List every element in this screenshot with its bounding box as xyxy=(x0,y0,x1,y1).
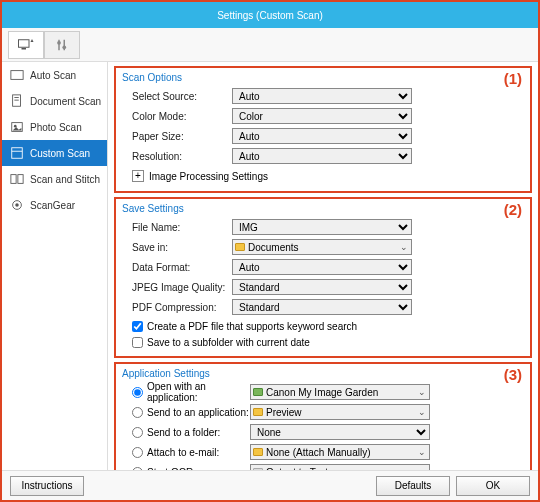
folder-icon xyxy=(253,408,263,416)
folder-icon xyxy=(235,243,245,251)
label-save-in: Save in: xyxy=(122,242,232,253)
label-send-app: Send to an application: xyxy=(147,407,249,418)
sidebar-item-custom-scan[interactable]: Custom Scan xyxy=(2,140,107,166)
svg-rect-6 xyxy=(11,71,23,80)
group-title: Scan Options xyxy=(122,72,524,83)
sidebar-item-document-scan[interactable]: Document Scan xyxy=(2,88,107,114)
image-processing-expand[interactable]: + Image Processing Settings xyxy=(122,167,524,185)
callout-2: (2) xyxy=(504,201,522,218)
window-title: Settings (Custom Scan) xyxy=(217,10,323,21)
toolbar xyxy=(2,28,538,62)
save-in-value: Documents xyxy=(248,242,299,253)
radio-attach-email[interactable] xyxy=(132,447,143,458)
select-resolution[interactable]: Auto xyxy=(232,148,412,164)
sidebar-item-scangear[interactable]: ScanGear xyxy=(2,192,107,218)
select-send-folder[interactable]: None xyxy=(250,424,430,440)
label-pdf-compression: PDF Compression: xyxy=(122,302,232,313)
checkbox-subfolder-date[interactable] xyxy=(132,337,143,348)
sidebar-item-label: Photo Scan xyxy=(30,122,82,133)
radio-start-ocr[interactable] xyxy=(132,467,143,471)
svg-point-4 xyxy=(57,40,61,44)
app-icon xyxy=(253,468,263,470)
svg-rect-14 xyxy=(11,175,16,184)
label-pdf-keyword: Create a PDF file that supports keyword … xyxy=(147,321,357,332)
select-send-app[interactable]: Preview ⌄ xyxy=(250,404,430,420)
sidebar-item-label: Scan and Stitch xyxy=(30,174,100,185)
sidebar-item-label: ScanGear xyxy=(30,200,75,211)
tab-scan-from-computer[interactable] xyxy=(8,31,44,59)
select-jpeg-quality[interactable]: Standard xyxy=(232,279,412,295)
svg-point-17 xyxy=(15,203,19,207)
checkbox-pdf-keyword[interactable] xyxy=(132,321,143,332)
select-save-in[interactable]: Documents ⌄ xyxy=(232,239,412,255)
plus-icon: + xyxy=(132,170,144,182)
label-attach-email: Attach to e-mail: xyxy=(147,447,219,458)
scan-options-group: (1) Scan Options Select Source: Auto Col… xyxy=(114,66,532,193)
select-data-format[interactable]: Auto xyxy=(232,259,412,275)
label-data-format: Data Format: xyxy=(122,262,232,273)
svg-point-5 xyxy=(62,45,66,49)
radio-send-folder[interactable] xyxy=(132,427,143,438)
label-color-mode: Color Mode: xyxy=(122,111,232,122)
sidebar-item-label: Document Scan xyxy=(30,96,101,107)
svg-rect-1 xyxy=(22,48,27,50)
radio-send-app[interactable] xyxy=(132,407,143,418)
group-title: Application Settings xyxy=(122,368,524,379)
start-ocr-value: Output to Text xyxy=(266,467,328,471)
sidebar-item-label: Auto Scan xyxy=(30,70,76,81)
image-processing-label: Image Processing Settings xyxy=(149,171,268,182)
callout-1: (1) xyxy=(504,70,522,87)
footer: Instructions Defaults OK xyxy=(2,470,538,500)
instructions-button[interactable]: Instructions xyxy=(10,476,84,496)
label-open-with: Open with an application: xyxy=(147,381,250,403)
svg-point-11 xyxy=(14,125,17,128)
svg-rect-0 xyxy=(19,39,30,47)
label-resolution: Resolution: xyxy=(122,151,232,162)
send-app-value: Preview xyxy=(266,407,302,418)
group-title: Save Settings xyxy=(122,203,524,214)
select-paper-size[interactable]: Auto xyxy=(232,128,412,144)
settings-window: Settings (Custom Scan) Auto Scan Documen… xyxy=(0,0,540,502)
select-open-with[interactable]: Canon My Image Garden ⌄ xyxy=(250,384,430,400)
ok-button[interactable]: OK xyxy=(456,476,530,496)
label-paper-size: Paper Size: xyxy=(122,131,232,142)
tab-general-settings[interactable] xyxy=(44,31,80,59)
select-source[interactable]: Auto xyxy=(232,88,412,104)
defaults-button[interactable]: Defaults xyxy=(376,476,450,496)
select-color-mode[interactable]: Color xyxy=(232,108,412,124)
save-settings-group: (2) Save Settings File Name: IMG Save in… xyxy=(114,197,532,358)
settings-panel: (1) Scan Options Select Source: Auto Col… xyxy=(108,62,538,470)
select-pdf-compression[interactable]: Standard xyxy=(232,299,412,315)
sidebar-item-photo-scan[interactable]: Photo Scan xyxy=(2,114,107,140)
sidebar: Auto Scan Document Scan Photo Scan Custo… xyxy=(2,62,108,470)
app-icon xyxy=(253,388,263,396)
radio-open-with[interactable] xyxy=(132,387,143,398)
label-jpeg-quality: JPEG Image Quality: xyxy=(122,282,232,293)
label-start-ocr: Start OCR: xyxy=(147,467,196,471)
open-with-value: Canon My Image Garden xyxy=(266,387,378,398)
callout-3: (3) xyxy=(504,366,522,383)
chevron-down-icon: ⌄ xyxy=(418,467,426,470)
titlebar: Settings (Custom Scan) xyxy=(2,2,538,28)
select-attach-email[interactable]: None (Attach Manually) ⌄ xyxy=(250,444,430,460)
label-select-source: Select Source: xyxy=(122,91,232,102)
select-file-name[interactable]: IMG xyxy=(232,219,412,235)
attach-email-value: None (Attach Manually) xyxy=(266,447,371,458)
chevron-down-icon: ⌄ xyxy=(418,447,426,457)
chevron-down-icon: ⌄ xyxy=(400,242,408,252)
folder-icon xyxy=(253,448,263,456)
label-file-name: File Name: xyxy=(122,222,232,233)
select-start-ocr[interactable]: Output to Text ⌄ xyxy=(250,464,430,470)
application-settings-group: (3) Application Settings Open with an ap… xyxy=(114,362,532,470)
label-send-folder: Send to a folder: xyxy=(147,427,220,438)
chevron-down-icon: ⌄ xyxy=(418,387,426,397)
sidebar-item-auto-scan[interactable]: Auto Scan xyxy=(2,62,107,88)
chevron-down-icon: ⌄ xyxy=(418,407,426,417)
sidebar-item-label: Custom Scan xyxy=(30,148,90,159)
svg-rect-15 xyxy=(18,175,23,184)
sidebar-item-scan-stitch[interactable]: Scan and Stitch xyxy=(2,166,107,192)
label-subfolder-date: Save to a subfolder with current date xyxy=(147,337,310,348)
svg-rect-12 xyxy=(12,148,23,159)
